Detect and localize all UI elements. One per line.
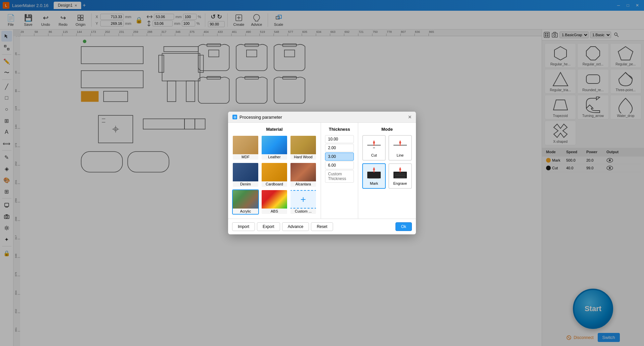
dialog-footer: Import Export Advance Reset Ok	[228, 219, 416, 234]
engrave-mode-label: Engrave	[393, 181, 407, 185]
denim-img	[232, 163, 259, 181]
mode-mark[interactable]: Mark	[362, 163, 386, 189]
thickness-title: Thickness	[325, 127, 354, 132]
mode-cut[interactable]: Cut	[362, 135, 386, 161]
cardboard-label: Cardboard	[262, 181, 287, 187]
denim-label: Denim	[233, 181, 258, 187]
engrave-mode-icon	[392, 167, 409, 180]
material-title: Material	[232, 127, 317, 132]
mat-leather[interactable]: Leather	[261, 135, 288, 160]
material-section: Material MDF Leather Hard Wo	[228, 123, 321, 219]
thickness-2[interactable]: 2.00	[325, 144, 354, 152]
dialog-title-text: Processing parameter	[239, 115, 282, 120]
abs-img	[261, 190, 288, 209]
acrylic-img	[232, 190, 259, 209]
hardwood-img	[290, 136, 317, 154]
mat-cardboard[interactable]: Cardboard	[261, 162, 288, 187]
thickness-6[interactable]: 6.00	[325, 161, 354, 169]
custom-img: +	[290, 190, 317, 209]
svg-point-76	[399, 145, 401, 146]
dialog-close-btn[interactable]: ✕	[408, 114, 412, 120]
reset-btn[interactable]: Reset	[311, 222, 333, 231]
svg-point-81	[399, 171, 401, 172]
mode-options: Cut Line	[362, 135, 412, 189]
dialog-title: ⚙ Processing parameter	[232, 114, 282, 120]
mat-mdf[interactable]: MDF	[232, 135, 259, 160]
mat-acrylic[interactable]: Acrylic	[232, 189, 259, 215]
acrylic-label: Acrylic	[233, 209, 258, 214]
line-mode-icon	[392, 138, 409, 152]
mat-denim[interactable]: Denim	[232, 162, 259, 187]
leather-label: Leather	[262, 154, 287, 160]
svg-text:⚙: ⚙	[233, 115, 236, 119]
svg-rect-77	[367, 172, 381, 178]
thickness-10[interactable]: 10.00	[325, 135, 354, 143]
material-grid: MDF Leather Hard Wood Deni	[232, 135, 317, 215]
cardboard-img	[261, 163, 288, 181]
ok-btn[interactable]: Ok	[395, 222, 412, 231]
footer-left-btns: Import Export Advance Reset	[232, 222, 333, 231]
mark-mode-label: Mark	[370, 181, 378, 185]
mat-abs[interactable]: ABS	[261, 189, 288, 215]
dialog-overlay: ⚙ Processing parameter ✕ Material MDF	[0, 0, 644, 346]
advance-btn[interactable]: Advance	[282, 222, 309, 231]
mdf-img	[232, 136, 259, 154]
svg-point-73	[373, 145, 375, 146]
custom-label: Custom ...	[290, 209, 316, 214]
leather-img	[261, 136, 288, 154]
processing-dialog: ⚙ Processing parameter ✕ Material MDF	[228, 112, 416, 234]
mat-hardwood[interactable]: Hard Wood	[290, 135, 317, 160]
dialog-header: ⚙ Processing parameter ✕	[228, 112, 416, 123]
mdf-label: MDF	[233, 154, 258, 160]
svg-point-78	[373, 171, 375, 172]
custom-thickness[interactable]: Custom Thickness	[325, 170, 354, 183]
hardwood-label: Hard Wood	[290, 154, 316, 160]
mark-mode-icon	[366, 167, 382, 180]
thickness-section: Thickness 10.00 2.00 3.00 6.00 Custom Th…	[321, 123, 358, 219]
dialog-body: Material MDF Leather Hard Wo	[228, 123, 416, 219]
cut-mode-icon	[366, 138, 382, 152]
line-mode-label: Line	[397, 153, 404, 157]
mode-title: Mode	[362, 127, 412, 132]
thickness-3[interactable]: 3.00	[325, 153, 354, 161]
abs-label: ABS	[262, 209, 287, 214]
alcantara-label: Alcantara	[290, 181, 316, 187]
import-btn[interactable]: Import	[232, 222, 255, 231]
mode-engrave[interactable]: Engrave	[388, 163, 412, 189]
cut-mode-label: Cut	[371, 153, 377, 157]
export-btn[interactable]: Export	[257, 222, 280, 231]
dialog-icon: ⚙	[232, 114, 237, 120]
mode-line[interactable]: Line	[388, 135, 412, 161]
alcantara-img	[290, 163, 317, 181]
mat-alcantara[interactable]: Alcantara	[290, 162, 317, 187]
mat-custom[interactable]: + Custom ...	[290, 189, 317, 215]
mode-section: Mode Cut	[358, 123, 416, 219]
thickness-list: 10.00 2.00 3.00 6.00 Custom Thickness	[325, 135, 354, 183]
